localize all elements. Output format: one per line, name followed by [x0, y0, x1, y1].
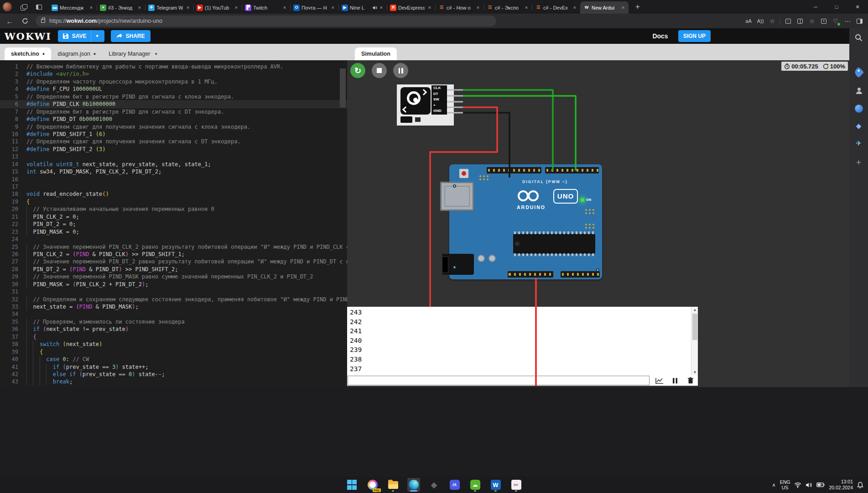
code-line[interactable]: 3// Определяем частоту процессора микрок…: [0, 78, 347, 85]
code-line[interactable]: 40 case 0: // CW: [0, 356, 347, 363]
arduino-uno-board[interactable]: DIGITAL (PWM ~) UNO ARDUINO ON: [449, 164, 602, 279]
code-line[interactable]: 41 if (prev_state == 3) state++;: [0, 363, 347, 371]
minimize-button[interactable]: ─: [805, 4, 826, 10]
tab-close-icon[interactable]: ✕: [523, 5, 530, 10]
power-header[interactable]: [508, 271, 553, 278]
code-line[interactable]: 21 PIN_CLK_2 = 0;: [0, 213, 347, 220]
share-button[interactable]: SHARE: [111, 30, 151, 42]
tab-close-icon[interactable]: ✕: [88, 5, 94, 10]
code-line[interactable]: 34: [0, 310, 347, 318]
code-line[interactable]: 10#define PIND_SHIFT_1 (6): [0, 131, 347, 138]
tab-close-icon[interactable]: ✕: [475, 5, 481, 10]
browser-tab[interactable]: WNew Ardui✕: [580, 1, 629, 14]
code-line[interactable]: 22 PIN_DT_2 = 0;: [0, 220, 347, 228]
new-tab-button[interactable]: +: [632, 3, 643, 11]
url-box[interactable]: https://wokwi.com/projects/new/arduino-u…: [36, 16, 496, 26]
browser-essentials-icon[interactable]: ♡: [830, 15, 842, 27]
sidebar-plane-icon[interactable]: ✈: [853, 138, 864, 149]
code-line[interactable]: 43 break;: [0, 378, 347, 385]
code-line[interactable]: 7// Определяем бит в регистре PIND для с…: [0, 108, 347, 115]
code-line[interactable]: 17: [0, 183, 347, 190]
digital-header-2[interactable]: [545, 167, 599, 173]
settings-menu-icon[interactable]: ⋯: [842, 15, 853, 27]
restart-simulation-button[interactable]: ↻: [350, 63, 365, 78]
code-line[interactable]: 2#include <avr/io.h>: [0, 70, 347, 78]
volume-icon[interactable]: [806, 482, 812, 488]
read-aloud-icon[interactable]: A)): [754, 15, 766, 27]
plot-button[interactable]: [654, 376, 665, 385]
maximize-button[interactable]: □: [826, 4, 847, 10]
code-line[interactable]: 28 PIN_DT_2 = (PIND & PIND_DT) >> PIND_S…: [0, 266, 347, 273]
code-line[interactable]: 18void read_encoder_state(): [0, 190, 347, 198]
code-line[interactable]: 19{: [0, 198, 347, 205]
code-line[interactable]: 8#define PIND_DT 0b00001000: [0, 115, 347, 123]
encoder-knob-icon[interactable]: [400, 87, 431, 115]
serial-input-field[interactable]: [348, 376, 650, 385]
code-line[interactable]: 24: [0, 236, 347, 243]
signup-button[interactable]: SIGN UP: [678, 30, 711, 42]
edge-button[interactable]: [407, 478, 420, 492]
gem-app-button[interactable]: ◆: [428, 478, 441, 492]
split-screen-icon[interactable]: [794, 15, 806, 27]
code-line[interactable]: 13: [0, 153, 347, 160]
refresh-icon[interactable]: [19, 15, 31, 27]
pause-output-button[interactable]: [670, 376, 681, 385]
code-line[interactable]: 4#define F_CPU 1000000UL: [0, 85, 347, 93]
tab-close-icon[interactable]: ✕: [233, 5, 239, 10]
tab-simulation[interactable]: Simulation: [355, 47, 397, 60]
tab-close-icon[interactable]: ✕: [378, 5, 385, 10]
code-line[interactable]: 23 PIND_MASK = 0;: [0, 228, 347, 236]
code-line[interactable]: 16: [0, 176, 347, 183]
tab-close-icon[interactable]: ✕: [426, 5, 433, 10]
scroll-up-icon[interactable]: ▲: [691, 308, 698, 312]
code-line[interactable]: 37 {: [0, 333, 347, 341]
favorites-bar-icon[interactable]: ☆: [806, 15, 818, 27]
wifi-icon[interactable]: [794, 482, 801, 488]
code-line[interactable]: 33 next_state = (PIND & PIND_MASK);: [0, 303, 347, 310]
serial-monitor-scrollbar[interactable]: ▲ ▼: [691, 307, 698, 375]
remote-app-button[interactable]: ☁: [469, 478, 482, 492]
browser-tab[interactable]: ▶(1) YouTub✕: [193, 1, 242, 14]
code-line[interactable]: 39 {: [0, 348, 347, 356]
pause-simulation-button[interactable]: [393, 63, 408, 78]
browser-tab[interactable]: ☰c# - Экспо✕: [483, 1, 532, 14]
code-line[interactable]: 42 else if (prev_state == 0) state--;: [0, 371, 347, 378]
digital-header-1[interactable]: [487, 167, 541, 173]
tab-close-icon[interactable]: ✕: [620, 5, 626, 10]
sidebar-add-icon[interactable]: +: [853, 157, 864, 168]
browser-tab[interactable]: OПочта — Н✕: [290, 1, 338, 14]
reset-button[interactable]: [459, 169, 468, 178]
extensions-icon[interactable]: ◦: [782, 15, 794, 27]
editor-tab-diagram-json[interactable]: diagram.json●: [51, 47, 102, 60]
translate-icon[interactable]: aA: [743, 15, 754, 27]
browser-tab[interactable]: ☰c# - DevEx✕: [532, 1, 580, 14]
analog-header[interactable]: [561, 271, 600, 278]
code-line[interactable]: 14volatile uint8_t next_state, prev_stat…: [0, 161, 347, 168]
stop-simulation-button[interactable]: [372, 63, 387, 78]
back-icon[interactable]: ←: [4, 15, 16, 27]
code-line[interactable]: 38 switch (next_state): [0, 341, 347, 348]
scrollbar-thumb[interactable]: [692, 314, 697, 340]
tab-close-icon[interactable]: ✕: [185, 5, 191, 10]
sidebar-toggle-icon[interactable]: [853, 15, 865, 27]
code-line[interactable]: 30 PIND_MASK = (PIN_CLK_2 + PIN_DT_2);: [0, 281, 347, 288]
sidebar-search-icon[interactable]: [853, 32, 864, 43]
battery-icon[interactable]: [816, 482, 825, 488]
browser-tab[interactable]: ✈Telegram W✕: [145, 1, 193, 14]
code-line[interactable]: 32 // Определяем и сохраняем следующее с…: [0, 296, 347, 303]
docs-link[interactable]: Docs: [652, 32, 668, 40]
save-dropdown-caret[interactable]: ▼: [91, 30, 104, 42]
browser-profile-avatar[interactable]: [3, 2, 12, 11]
editor-scrollbar[interactable]: [340, 68, 346, 107]
tab-close-icon[interactable]: ✕: [330, 5, 336, 10]
sidebar-gem-icon[interactable]: ◆: [853, 121, 864, 131]
code-line[interactable]: 35 // Проверяем, изменилось ли состояние…: [0, 318, 347, 325]
browser-tab[interactable]: ●#3 - Энкод✕: [97, 1, 145, 14]
browser-tab[interactable]: ▬Мессендж✕: [48, 1, 97, 14]
code-line[interactable]: 9// Определяем сдвиг для получения значе…: [0, 123, 347, 131]
code-line[interactable]: 15int sw34, PIND_MASK, PIN_CLK_2, PIN_DT…: [0, 168, 347, 175]
clock[interactable]: 13:0120.02.2024: [829, 479, 853, 491]
file-explorer-button[interactable]: [387, 478, 400, 492]
favorite-star-icon[interactable]: ☆: [766, 15, 778, 27]
code-line[interactable]: 5// Определяем бит в регистре PIND для с…: [0, 93, 347, 100]
